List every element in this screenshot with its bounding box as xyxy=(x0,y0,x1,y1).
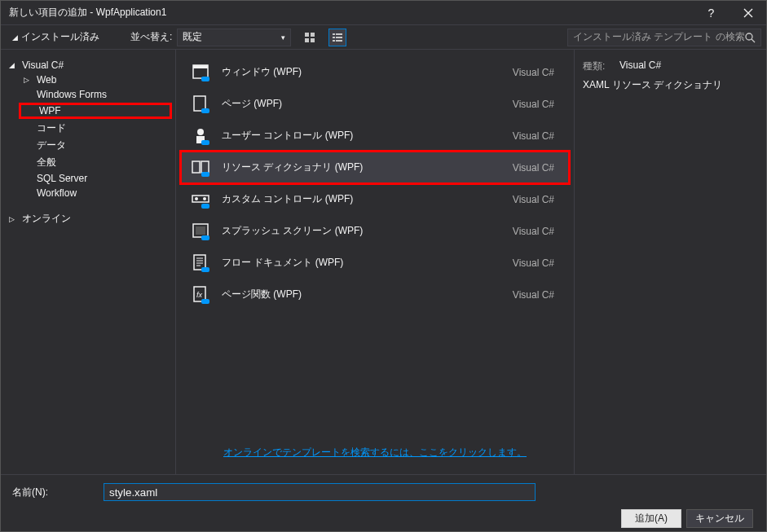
detail-type-value: Visual C# xyxy=(619,59,661,73)
filename-input[interactable] xyxy=(104,483,536,501)
svg-rect-21 xyxy=(201,172,209,177)
template-row[interactable]: ユーザー コントロール (WPF)Visual C# xyxy=(181,120,569,152)
template-name: フロー ドキュメント (WPF) xyxy=(222,256,503,270)
sidebar-item-sql-server[interactable]: SQL Server xyxy=(20,171,170,186)
sidebar-item-label: データ xyxy=(37,138,66,152)
help-button[interactable]: ? xyxy=(693,1,730,25)
installed-label: インストール済み xyxy=(21,30,99,44)
sidebar-item-label: 全般 xyxy=(37,156,56,169)
tree-online[interactable]: ▷ オンライン xyxy=(6,210,170,227)
template-row[interactable]: カスタム コントロール (WPF)Visual C# xyxy=(181,183,569,215)
template-icon xyxy=(189,156,212,179)
svg-rect-20 xyxy=(201,161,209,173)
template-row[interactable]: リソース ディクショナリ (WPF)Visual C# xyxy=(181,152,569,183)
large-icons-view-button[interactable] xyxy=(301,29,319,46)
online-templates-link[interactable]: オンラインでテンプレートを検索するには、ここをクリックします。 xyxy=(223,446,527,458)
svg-rect-33 xyxy=(201,299,209,304)
search-icon xyxy=(744,32,756,43)
close-button[interactable] xyxy=(730,1,766,25)
sort-combo[interactable]: 既定 ▾ xyxy=(177,29,291,46)
sidebar: ◢ Visual C# ▷WebWindows FormsWPFコードデータ全般… xyxy=(1,50,176,474)
template-icon xyxy=(189,61,212,84)
detail-panel: 種類: Visual C# XAML リソース ディクショナリ xyxy=(575,50,766,474)
sidebar-item-workflow[interactable]: Workflow xyxy=(20,186,170,200)
svg-rect-4 xyxy=(333,33,335,35)
toolbar: ◢ インストール済み 並べ替え: 既定 ▾ インストール済み テンプレート の検… xyxy=(1,25,766,50)
details-view-button[interactable] xyxy=(328,29,346,46)
template-panel: ウィンドウ (WPF)Visual C#ページ (WPF)Visual C#ユー… xyxy=(176,50,575,474)
svg-rect-5 xyxy=(336,33,342,35)
sort-label: 並べ替え: xyxy=(130,30,172,44)
search-input[interactable]: インストール済み テンプレート の検索 (Ctrl+E) xyxy=(567,29,761,46)
sidebar-item-web[interactable]: ▷Web xyxy=(20,73,170,87)
svg-rect-27 xyxy=(196,226,205,235)
template-language: Visual C# xyxy=(513,257,561,269)
svg-point-24 xyxy=(203,197,206,200)
svg-rect-13 xyxy=(201,77,209,81)
template-language: Visual C# xyxy=(513,67,561,78)
svg-rect-7 xyxy=(336,37,342,38)
template-list: ウィンドウ (WPF)Visual C#ページ (WPF)Visual C#ユー… xyxy=(181,56,569,437)
sidebar-item-label: SQL Server xyxy=(37,173,87,184)
svg-point-23 xyxy=(195,197,198,200)
template-icon xyxy=(189,252,212,275)
sidebar-item-label: コード xyxy=(37,121,66,135)
installed-tab[interactable]: ◢ インストール済み xyxy=(6,27,106,47)
template-language: Visual C# xyxy=(513,194,561,205)
template-language: Visual C# xyxy=(513,130,561,142)
template-name: ページ (WPF) xyxy=(222,97,503,111)
template-row[interactable]: fxページ関数 (WPF)Visual C# xyxy=(181,279,569,310)
template-language: Visual C# xyxy=(513,99,561,110)
sidebar-item-windows-forms[interactable]: Windows Forms xyxy=(20,87,170,102)
template-name: ページ関数 (WPF) xyxy=(222,288,503,301)
svg-point-16 xyxy=(197,129,204,135)
sidebar-item-全般[interactable]: 全般 xyxy=(20,154,170,171)
tree-root-visual-csharp[interactable]: ◢ Visual C# xyxy=(6,58,170,73)
template-icon xyxy=(189,220,212,243)
svg-rect-8 xyxy=(333,40,335,42)
online-templates-link-row: オンラインでテンプレートを検索するには、ここをクリックします。 xyxy=(181,437,569,468)
svg-rect-9 xyxy=(336,40,342,42)
sidebar-item-wpf[interactable]: WPF xyxy=(19,103,172,119)
search-placeholder: インストール済み テンプレート の検索 (Ctrl+E) xyxy=(573,30,744,44)
template-row[interactable]: ページ (WPF)Visual C# xyxy=(181,88,569,120)
filename-label: 名前(N): xyxy=(12,486,94,499)
template-name: ウィンドウ (WPF) xyxy=(222,65,503,79)
svg-rect-1 xyxy=(311,33,315,37)
svg-rect-25 xyxy=(201,204,209,209)
svg-rect-3 xyxy=(311,38,315,42)
template-icon xyxy=(189,93,212,116)
svg-rect-6 xyxy=(333,37,335,38)
svg-rect-12 xyxy=(193,65,208,68)
cancel-button[interactable]: キャンセル xyxy=(686,509,753,528)
template-icon: fx xyxy=(189,284,212,306)
chevron-down-icon: ▾ xyxy=(281,33,285,42)
template-row[interactable]: フロー ドキュメント (WPF)Visual C# xyxy=(181,247,569,279)
svg-point-10 xyxy=(746,33,752,40)
svg-rect-18 xyxy=(201,140,209,145)
svg-rect-30 xyxy=(201,267,209,272)
template-name: ユーザー コントロール (WPF) xyxy=(222,129,503,143)
add-button[interactable]: 追加(A) xyxy=(621,509,681,528)
template-language: Visual C# xyxy=(513,226,561,237)
footer: 名前(N): 追加(A) キャンセル xyxy=(1,474,766,531)
detail-type-label: 種類: xyxy=(583,59,619,73)
detail-description: XAML リソース ディクショナリ xyxy=(583,78,758,92)
tree-root-label: Visual C# xyxy=(22,59,64,71)
sidebar-item-label: Web xyxy=(37,74,56,86)
template-name: スプラッシュ スクリーン (WPF) xyxy=(222,224,503,238)
svg-rect-0 xyxy=(305,33,309,37)
template-language: Visual C# xyxy=(513,162,561,174)
sidebar-item-コード[interactable]: コード xyxy=(20,120,170,137)
template-icon xyxy=(189,125,212,147)
tree-online-label: オンライン xyxy=(22,212,71,226)
triangle-expanded-icon: ◢ xyxy=(9,61,19,69)
template-row[interactable]: ウィンドウ (WPF)Visual C# xyxy=(181,56,569,88)
template-language: Visual C# xyxy=(513,289,561,301)
svg-rect-2 xyxy=(305,38,309,42)
sidebar-item-データ[interactable]: データ xyxy=(20,137,170,154)
svg-rect-19 xyxy=(192,161,200,173)
template-row[interactable]: スプラッシュ スクリーン (WPF)Visual C# xyxy=(181,215,569,247)
sidebar-item-label: Windows Forms xyxy=(37,89,107,100)
sidebar-item-label: Workflow xyxy=(37,187,77,199)
